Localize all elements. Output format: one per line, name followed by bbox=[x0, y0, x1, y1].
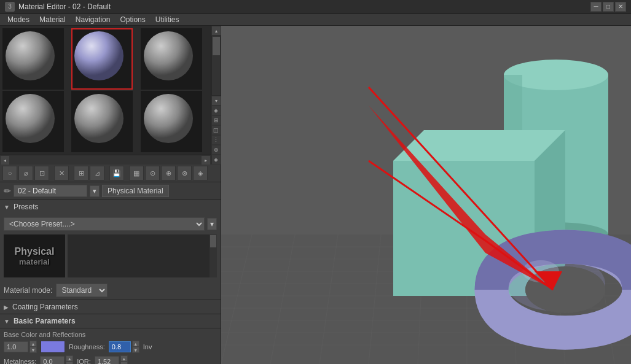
material-mode-row: Material mode: Standard Advanced bbox=[0, 281, 221, 300]
value1-up-arrow[interactable]: ▲ bbox=[29, 341, 37, 347]
material-name-input[interactable] bbox=[14, 185, 87, 197]
presets-arrow-icon: ▼ bbox=[4, 204, 10, 211]
preset-select[interactable]: <Choose Preset....> bbox=[4, 217, 205, 231]
restore-button[interactable]: □ bbox=[603, 2, 614, 12]
side-icon-1[interactable]: ◈ bbox=[211, 106, 221, 115]
svg-point-0 bbox=[6, 31, 55, 80]
scroll-up-btn[interactable]: ▴ bbox=[211, 26, 221, 36]
delete-btn[interactable]: ✕ bbox=[54, 166, 69, 180]
value1-input[interactable] bbox=[4, 341, 28, 352]
metalness-down-arrow[interactable]: ▼ bbox=[66, 362, 73, 364]
menu-utilities[interactable]: Utilities bbox=[151, 14, 184, 25]
viewport[interactable] bbox=[221, 26, 631, 364]
side-icon-2[interactable]: ⊞ bbox=[211, 115, 221, 125]
scroll-track[interactable] bbox=[212, 36, 221, 95]
svg-point-4 bbox=[74, 94, 123, 143]
box-preview-btn[interactable]: ⊡ bbox=[34, 166, 49, 180]
render-btn[interactable]: ▦ bbox=[129, 166, 144, 180]
left-panel: ◂ ▸ ▴ ▾ ◈ ⊞ ◫ ⋮ ⊕ ◈ bbox=[0, 26, 221, 364]
toolbar: ○ ⌀ ⊡ ✕ ⊞ ⊿ 💾 ▦ ⊙ ⊕ ⊗ ◈ bbox=[0, 165, 221, 182]
roughness-up-arrow[interactable]: ▲ bbox=[132, 341, 139, 347]
menu-navigation[interactable]: Navigation bbox=[71, 14, 116, 25]
preset-dropdown-arrow-icon[interactable]: ▾ bbox=[207, 218, 217, 230]
metalness-arrows: ▲ ▼ bbox=[66, 355, 73, 364]
save-btn[interactable]: 💾 bbox=[109, 166, 124, 180]
basic-params-label: Basic Parameters bbox=[14, 317, 76, 325]
scroll-thumb[interactable] bbox=[213, 37, 220, 55]
coating-arrow-icon: ▶ bbox=[4, 304, 9, 311]
copy-btn[interactable]: ⊗ bbox=[177, 166, 192, 180]
material-slot-1[interactable] bbox=[2, 28, 64, 90]
scroll-right-btn[interactable]: ▸ bbox=[201, 155, 211, 165]
preset-logo: Physical material bbox=[4, 234, 65, 277]
basic-params-header[interactable]: ▼ Basic Parameters bbox=[0, 314, 221, 328]
svg-point-1 bbox=[74, 31, 123, 80]
horizontal-scrollbar[interactable]: ◂ ▸ bbox=[0, 155, 211, 165]
basic-arrow-icon: ▼ bbox=[4, 318, 10, 325]
coating-params-label: Coating Parameters bbox=[12, 303, 78, 311]
logo-line1: Physical bbox=[15, 246, 55, 257]
metalness-up-arrow[interactable]: ▲ bbox=[66, 355, 73, 362]
group-btn[interactable]: ⊿ bbox=[90, 166, 104, 180]
extra-btn[interactable]: ◈ bbox=[193, 166, 208, 180]
grid-btn[interactable]: ⊞ bbox=[74, 166, 88, 180]
roughness-arrows: ▲ ▼ bbox=[132, 341, 139, 353]
metalness-spinner: ▲ ▼ bbox=[40, 355, 73, 364]
scroll-down-btn[interactable]: ▾ bbox=[211, 96, 221, 106]
material-type-label: Physical Material bbox=[102, 185, 169, 197]
ior-down-arrow[interactable]: ▼ bbox=[120, 362, 128, 364]
base-color-swatch[interactable] bbox=[41, 341, 65, 353]
scroll-left-btn[interactable]: ◂ bbox=[0, 155, 10, 165]
display-btn[interactable]: ⊙ bbox=[145, 166, 160, 180]
material-slot-6[interactable] bbox=[141, 91, 202, 152]
material-slot-3[interactable] bbox=[141, 28, 202, 90]
material-mode-select[interactable]: Standard Advanced bbox=[56, 284, 108, 297]
ior-spinner: ▲ ▼ bbox=[95, 355, 128, 364]
side-icon-3[interactable]: ◫ bbox=[211, 125, 221, 135]
preset-scroll-thumb bbox=[210, 235, 216, 247]
preset-scrollbar[interactable] bbox=[210, 234, 217, 277]
menu-options[interactable]: Options bbox=[115, 14, 150, 25]
roughness-input[interactable] bbox=[109, 341, 131, 352]
presets-label: Presets bbox=[14, 203, 39, 211]
ior-input[interactable] bbox=[95, 356, 119, 364]
preset-logo-text: Physical material bbox=[15, 246, 55, 267]
name-dropdown-btn[interactable]: ▾ bbox=[90, 185, 100, 197]
side-icon-5[interactable]: ⊕ bbox=[211, 145, 221, 155]
vertical-scrollbar: ▴ ▾ ◈ ⊞ ◫ ⋮ ⊕ ◈ bbox=[211, 26, 221, 165]
metalness-row: Metalness: ▲ ▼ IOR: ▲ ▼ bbox=[4, 355, 217, 364]
material-slot-4[interactable] bbox=[2, 91, 64, 152]
material-slot-2[interactable] bbox=[71, 28, 133, 90]
material-mode-label: Material mode: bbox=[4, 286, 52, 295]
presets-header[interactable]: ▼ Presets bbox=[0, 200, 221, 214]
basic-params-section: ▼ Basic Parameters Base Color and Reflec… bbox=[0, 314, 221, 364]
inv-label[interactable]: Inv bbox=[143, 343, 152, 350]
menu-modes[interactable]: Modes bbox=[2, 14, 34, 25]
ior-label: IOR: bbox=[77, 358, 91, 364]
side-icon-4[interactable]: ⋮ bbox=[211, 135, 221, 145]
value1-down-arrow[interactable]: ▼ bbox=[29, 347, 37, 353]
close-button[interactable]: ✕ bbox=[615, 2, 626, 12]
brush-icon: ✏ bbox=[4, 186, 11, 196]
presets-section: ▼ Presets <Choose Preset....> ▾ Physical… bbox=[0, 200, 221, 300]
coating-params-header[interactable]: ▶ Coating Parameters bbox=[0, 300, 221, 314]
ior-up-arrow[interactable]: ▲ bbox=[120, 355, 128, 362]
main-layout: ◂ ▸ ▴ ▾ ◈ ⊞ ◫ ⋮ ⊕ ◈ bbox=[0, 26, 631, 364]
sphere-preview-btn[interactable]: ○ bbox=[2, 166, 17, 180]
menu-material[interactable]: Material bbox=[34, 14, 71, 25]
material-name-row: ✏ ▾ Physical Material bbox=[0, 182, 221, 200]
metalness-input[interactable] bbox=[40, 356, 65, 364]
svg-point-3 bbox=[6, 94, 55, 143]
presets-row: <Choose Preset....> ▾ bbox=[4, 217, 217, 231]
svg-point-5 bbox=[144, 94, 193, 143]
minimize-button[interactable]: ─ bbox=[590, 2, 602, 12]
cylinder-preview-btn[interactable]: ⌀ bbox=[18, 166, 33, 180]
side-icon-6[interactable]: ◈ bbox=[211, 155, 221, 165]
roughness-down-arrow[interactable]: ▼ bbox=[132, 347, 139, 353]
material-slot-5[interactable] bbox=[71, 91, 133, 152]
title-bar: 3 Material Editor - 02 - Default ─ □ ✕ bbox=[0, 0, 631, 14]
preview-grid-area: ◂ ▸ ▴ ▾ ◈ ⊞ ◫ ⋮ ⊕ ◈ bbox=[0, 26, 221, 165]
value1-arrows: ▲ ▼ bbox=[29, 341, 37, 353]
app-icon: 3 bbox=[5, 2, 15, 12]
pick-btn[interactable]: ⊕ bbox=[161, 166, 176, 180]
